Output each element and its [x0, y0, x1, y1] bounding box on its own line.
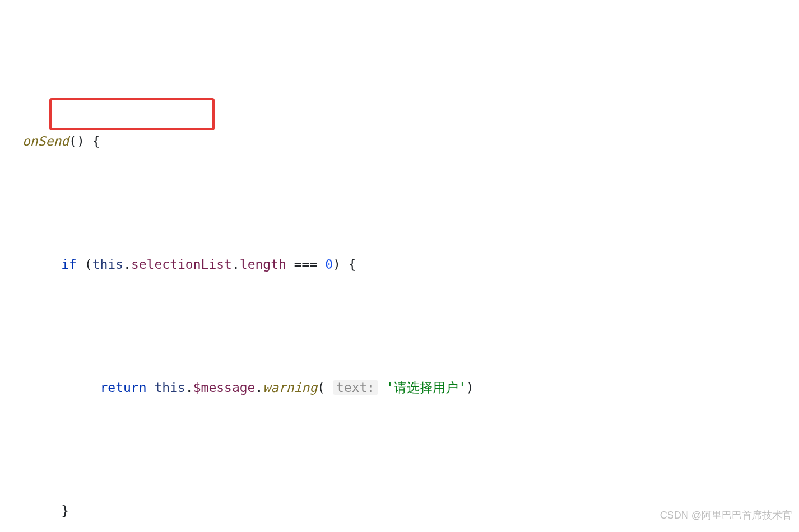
code-line: onSend() {: [22, 129, 799, 153]
watermark: CSDN @阿里巴巴首席技术官: [660, 503, 792, 528]
code-line: if (this.selectionList.length === 0) {: [22, 252, 799, 277]
code-line: return this.$message.warning( text: '请选择…: [22, 375, 799, 400]
highlight-box: [49, 98, 215, 130]
code-editor: onSend() { if (this.selectionList.length…: [0, 0, 799, 532]
